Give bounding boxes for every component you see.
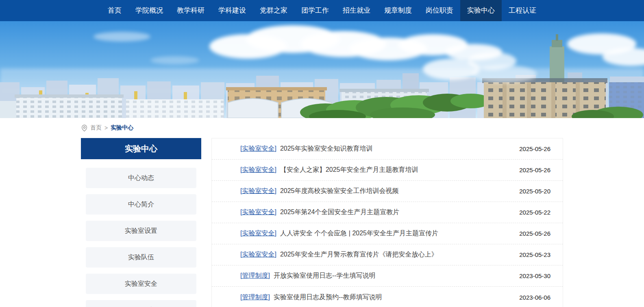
top-navigation: 首页学院概况教学科研学科建设党群之家团学工作招生就业规章制度岗位职责实验中心工程…	[0, 0, 644, 21]
article-category-link[interactable]: [实验室安全]	[240, 187, 276, 195]
article-row: [实验室安全]2025年度高校实验室安全工作培训会视频2025-05-20	[212, 181, 563, 202]
article-list: [实验室安全]2025年实验室安全知识教育培训2025-05-26[实验室安全]…	[211, 138, 563, 307]
location-pin-icon	[81, 125, 88, 132]
nav-item-3[interactable]: 教学科研	[170, 0, 211, 21]
article-date: 2025-05-26	[519, 230, 550, 237]
article-title-link[interactable]: 开放实验室使用日志--学生填写说明	[274, 272, 511, 280]
nav-items-container: 首页学院概况教学科研学科建设党群之家团学工作招生就业规章制度岗位职责实验中心工程…	[101, 0, 543, 21]
article-row: [管理制度]开放实验室使用日志--学生填写说明2023-05-30	[212, 265, 563, 287]
sidebar-item-4[interactable]: 实验队伍	[86, 247, 196, 268]
article-category-link[interactable]: [实验室安全]	[240, 229, 276, 238]
nav-item-7[interactable]: 招生就业	[336, 0, 377, 21]
nav-item-9[interactable]: 岗位职责	[419, 0, 460, 21]
article-title-link[interactable]: 2025年度高校实验室安全工作培训会视频	[280, 187, 511, 195]
article-date: 2023-05-30	[519, 272, 550, 279]
nav-item-2[interactable]: 学院概况	[128, 0, 170, 21]
sidebar-items-container: 中心动态中心简介实验室设置实验队伍实验室安全管理制度	[81, 168, 201, 307]
nav-item-10[interactable]: 实验中心	[460, 0, 502, 21]
article-date: 2025-05-26	[519, 145, 550, 152]
article-category-link[interactable]: [实验室安全]	[240, 166, 276, 174]
campus-banner-image	[0, 21, 644, 118]
sidebar-item-1[interactable]: 中心动态	[86, 168, 196, 188]
article-title-link[interactable]: 2025年安全生产月警示教育宣传片《请把安全放心上》	[280, 250, 511, 259]
sidebar-item-2[interactable]: 中心简介	[86, 194, 196, 215]
article-title-link[interactable]: 实验室使用日志及预约--教师填写说明	[274, 293, 511, 302]
nav-item-6[interactable]: 团学工作	[294, 0, 336, 21]
article-row: [管理制度]实验室使用日志及预约--教师填写说明2023-06-06	[212, 287, 563, 307]
article-category-link[interactable]: [实验室安全]	[240, 208, 276, 217]
nav-item-5[interactable]: 党群之家	[253, 0, 294, 21]
breadcrumb-current: 实验中心	[111, 124, 133, 132]
article-title-link[interactable]: 2025年第24个全国安全生产月主题宣教片	[280, 208, 511, 217]
article-category-link[interactable]: [管理制度]	[240, 272, 270, 280]
sidebar: 实验中心 中心动态中心简介实验室设置实验队伍实验室安全管理制度	[81, 138, 201, 307]
article-row: [实验室安全]2025年实验室安全知识教育培训2025-05-26	[212, 138, 563, 160]
article-category-link[interactable]: [管理制度]	[240, 293, 270, 302]
sidebar-item-6[interactable]: 管理制度	[86, 300, 196, 307]
banner-illustration	[0, 21, 644, 118]
nav-item-8[interactable]: 规章制度	[377, 0, 419, 21]
article-title-link[interactable]: 人人讲安全 个个会应急 | 2025年安全生产月主题宣传片	[280, 229, 511, 238]
article-row: [实验室安全]人人讲安全 个个会应急 | 2025年安全生产月主题宣传片2025…	[212, 223, 563, 244]
nav-item-11[interactable]: 工程认证	[502, 0, 543, 21]
article-date: 2025-05-26	[519, 167, 550, 173]
breadcrumb-home-link[interactable]: 首页	[90, 124, 102, 132]
sidebar-item-3[interactable]: 实验室设置	[86, 221, 196, 241]
page-content: 实验中心 中心动态中心简介实验室设置实验队伍实验室安全管理制度 [实验室安全]2…	[81, 138, 563, 307]
article-date: 2025-05-23	[519, 251, 550, 258]
article-title-link[interactable]: 2025年实验室安全知识教育培训	[280, 145, 511, 153]
sidebar-title[interactable]: 实验中心	[81, 138, 201, 159]
article-row: [实验室安全]【安全人之家】2025年安全生产月主题教育培训2025-05-26	[212, 160, 563, 181]
article-row: [实验室安全]2025年安全生产月警示教育宣传片《请把安全放心上》2025-05…	[212, 244, 563, 265]
breadcrumb-separator: >	[104, 125, 108, 131]
article-row: [实验室安全]2025年第24个全国安全生产月主题宣教片2025-05-22	[212, 202, 563, 223]
article-category-link[interactable]: [实验室安全]	[240, 250, 276, 259]
breadcrumb: 首页 > 实验中心	[81, 123, 563, 132]
nav-item-4[interactable]: 学科建设	[211, 0, 253, 21]
article-date: 2025-05-22	[519, 209, 550, 216]
nav-item-1[interactable]: 首页	[101, 0, 128, 21]
sidebar-item-5[interactable]: 实验室安全	[86, 274, 196, 294]
article-title-link[interactable]: 【安全人之家】2025年安全生产月主题教育培训	[280, 166, 511, 174]
article-category-link[interactable]: [实验室安全]	[240, 145, 276, 153]
article-date: 2023-06-06	[519, 294, 550, 301]
article-date: 2025-05-20	[519, 188, 550, 195]
